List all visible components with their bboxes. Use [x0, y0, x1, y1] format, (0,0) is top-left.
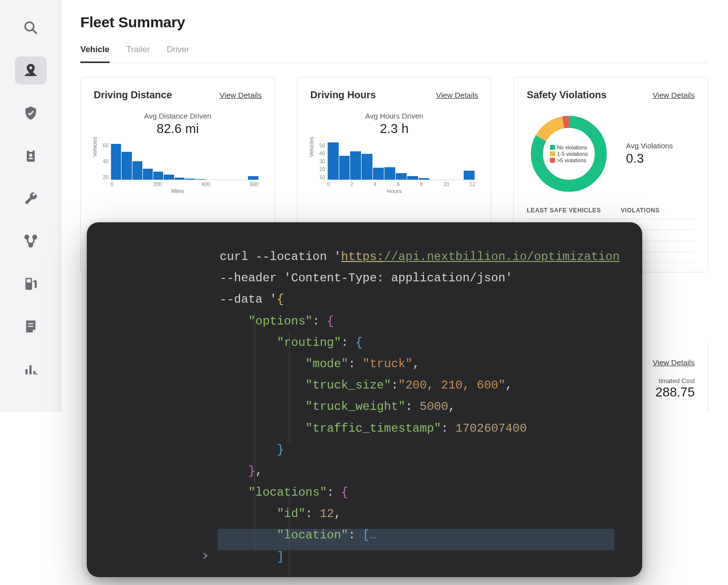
- avg-label: Avg Hours Driven: [365, 112, 423, 120]
- svg-point-2: [29, 66, 32, 69]
- donut-legend: No violations 1-5 violations >5 violatio…: [550, 144, 588, 164]
- wrench-icon[interactable]: [15, 185, 47, 212]
- svg-rect-13: [28, 326, 34, 327]
- svg-point-7: [25, 236, 29, 239]
- card-title: Driving Distance: [94, 89, 172, 101]
- y-ticks: 60 40 20: [101, 142, 109, 180]
- svg-point-6: [29, 153, 32, 156]
- svg-rect-12: [28, 323, 34, 324]
- avg-label: Avg Distance Driven: [144, 112, 212, 120]
- shield-icon[interactable]: [15, 99, 47, 127]
- x-ticks: 0 200 400 600: [111, 181, 259, 187]
- cost-label: timated Cost: [659, 377, 695, 385]
- x-axis-label: Miles: [94, 188, 262, 194]
- avg-value: 2.3 h: [380, 121, 409, 136]
- safety-donut: No violations 1-5 violations >5 violatio…: [527, 112, 611, 196]
- tabs: Vehicle Trailer Driver: [80, 45, 708, 63]
- view-details-link[interactable]: View Details: [653, 358, 695, 367]
- hours-histogram: Vehicles 50 40 30 20 10 0 2 4 6 8: [310, 142, 479, 192]
- clipboard-icon[interactable]: [15, 142, 47, 170]
- route-icon[interactable]: [15, 227, 47, 255]
- tab-driver[interactable]: Driver: [167, 45, 189, 63]
- fold-caret-icon[interactable]: [201, 548, 210, 568]
- x-axis-label: Hours: [310, 188, 479, 194]
- svg-point-0: [25, 22, 34, 31]
- avg-value: 0.3: [626, 151, 673, 166]
- notes-icon[interactable]: [15, 313, 47, 340]
- bar-chart-icon[interactable]: [15, 355, 47, 383]
- avg-value: 82.6 mi: [157, 121, 199, 136]
- svg-line-1: [33, 30, 37, 34]
- svg-rect-14: [25, 369, 27, 375]
- plot-area: [111, 142, 259, 180]
- code-content: curl --location 'https://api.nextbillion…: [220, 246, 618, 568]
- distance-histogram: Vehicles 60 40 20 0 200 400 600 Miles: [94, 142, 262, 192]
- svg-rect-15: [29, 365, 31, 375]
- x-ticks: 0 2 4 6 8 10 12: [327, 181, 476, 187]
- y-axis-label: Vehicles: [308, 137, 314, 157]
- safety-table-header: LEAST SAFE VEHICLES VIOLATIONS: [527, 207, 695, 214]
- location-icon[interactable]: [15, 57, 47, 84]
- svg-rect-5: [29, 149, 33, 152]
- search-icon[interactable]: [15, 14, 47, 42]
- view-details-link[interactable]: View Details: [653, 91, 695, 100]
- sidebar: [0, 0, 61, 412]
- view-details-link[interactable]: View Details: [436, 91, 478, 100]
- fuel-icon[interactable]: [15, 270, 47, 298]
- tab-trailer[interactable]: Trailer: [126, 45, 150, 63]
- cost-value: 288.75: [655, 385, 695, 400]
- avg-label: Avg Violations: [626, 141, 673, 150]
- view-details-link[interactable]: View Details: [220, 91, 262, 100]
- svg-point-8: [33, 236, 37, 239]
- svg-rect-16: [33, 371, 35, 375]
- svg-point-17: [36, 374, 38, 375]
- tab-vehicle[interactable]: Vehicle: [80, 45, 110, 63]
- svg-rect-11: [27, 279, 31, 283]
- card-title: Safety Violations: [527, 89, 607, 101]
- code-gutter: [107, 246, 211, 577]
- y-axis-label: Vehicles: [92, 137, 98, 157]
- y-ticks: 50 40 30 20 10: [317, 142, 325, 180]
- plot-area: [327, 142, 476, 180]
- page-title: Fleet Summary: [80, 14, 708, 31]
- card-title: Driving Hours: [310, 89, 376, 101]
- code-snippet-card: curl --location 'https://api.nextbillion…: [87, 222, 642, 577]
